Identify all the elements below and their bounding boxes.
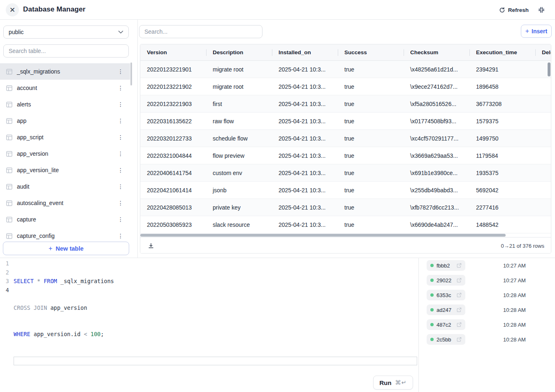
table-name: app_version: [17, 150, 48, 157]
code-line-3: WHERE app_version.id < 100;: [14, 330, 418, 339]
column-header[interactable]: Checksum: [404, 44, 469, 60]
table-row[interactable]: 20220123221903 first 2025-04-21 10:3... …: [140, 95, 551, 113]
close-button[interactable]: ✕: [6, 3, 19, 16]
insert-button[interactable]: + Insert: [521, 25, 552, 38]
close-icon: ✕: [9, 6, 15, 14]
table-row[interactable]: 20220421061414 jsonb 2025-04-21 10:3... …: [140, 182, 551, 199]
column-header[interactable]: Description: [206, 44, 272, 60]
kebab-menu-icon[interactable]: ⋮: [116, 68, 125, 75]
table-row[interactable]: 20220503085923 slack resource 2025-04-21…: [140, 216, 551, 233]
cell-installed-on: 2025-04-21 10:3...: [272, 78, 338, 95]
column-header[interactable]: Installed_on: [272, 44, 338, 60]
horizontal-scrollbar[interactable]: [140, 234, 506, 237]
cell-execution-time: 2394291: [469, 61, 535, 78]
search-table-input[interactable]: [3, 44, 129, 58]
vertical-scrollbar[interactable]: [548, 62, 550, 76]
cell-checksum: \x3669a629aa53...: [404, 147, 469, 164]
sidebar-item-sqlx-migrations[interactable]: _sqlx_migrations ⋮: [0, 63, 130, 80]
table-panel: + Insert Version Description Installed_o…: [138, 20, 555, 258]
kebab-menu-icon[interactable]: ⋮: [116, 199, 125, 207]
cell-checksum: \xfb7827d6cc213...: [404, 199, 469, 216]
table-icon: [6, 200, 13, 207]
refresh-button[interactable]: Refresh: [499, 5, 529, 15]
kebab-menu-icon[interactable]: ⋮: [116, 183, 125, 190]
cell-version: 20220503085923: [140, 216, 206, 233]
cell-version: 20220316135622: [140, 113, 206, 129]
kebab-menu-icon[interactable]: ⋮: [116, 101, 125, 108]
cell-deleted: [535, 164, 551, 181]
kebab-menu-icon[interactable]: ⋮: [116, 150, 125, 157]
new-table-button[interactable]: + New table: [3, 242, 129, 255]
collapse-icon[interactable]: [538, 6, 546, 14]
kebab-menu-icon[interactable]: ⋮: [116, 216, 125, 223]
sidebar-item-app-version[interactable]: app_version ⋮: [0, 145, 130, 162]
table-icon: [6, 118, 13, 125]
cell-version: 20220123221903: [140, 95, 206, 112]
cell-deleted: [535, 113, 551, 129]
cell-success: true: [338, 216, 404, 233]
search-input[interactable]: [139, 25, 262, 38]
sidebar-item-alerts[interactable]: alerts ⋮: [0, 96, 130, 113]
kebab-menu-icon[interactable]: ⋮: [116, 84, 125, 92]
history-query-pill[interactable]: fbbb2: [427, 260, 465, 271]
main-region: public _sqlx_migrations ⋮ account ⋮ aler…: [0, 20, 555, 258]
status-dot-success: [430, 293, 434, 297]
table-row[interactable]: 20220316135622 raw flow 2025-04-21 10:3.…: [140, 113, 551, 130]
table-icon: [6, 183, 13, 190]
history-query-pill[interactable]: ad247: [427, 304, 465, 315]
bottom-region: 1 2 3 4 SELECT * FROM _sqlx_migrations C…: [0, 258, 555, 392]
cell-success: true: [338, 182, 404, 198]
history-row: 6353c 10:28 AM: [419, 288, 555, 302]
table-row[interactable]: 20220320122733 schedule flow 2025-04-21 …: [140, 130, 551, 147]
history-row: ad247 10:28 AM: [419, 302, 555, 317]
table-icon: [6, 68, 13, 75]
download-icon: [148, 242, 154, 249]
kebab-menu-icon[interactable]: ⋮: [116, 117, 125, 125]
table-name: app: [17, 118, 26, 124]
sidebar-item-app[interactable]: app ⋮: [0, 113, 130, 129]
table-row[interactable]: 20220321004844 flow preview 2025-04-21 1…: [140, 147, 551, 164]
column-header[interactable]: Version: [140, 44, 206, 60]
history-query-pill[interactable]: 2c5bb: [427, 334, 465, 345]
external-link-icon[interactable]: [457, 263, 462, 268]
sql-editor[interactable]: 1 2 3 4 SELECT * FROM _sqlx_migrations C…: [0, 258, 419, 392]
run-button[interactable]: Run ⌘↵: [373, 376, 413, 390]
sidebar-item-capture-config[interactable]: capture_config ⋮: [0, 228, 130, 242]
kebab-menu-icon[interactable]: ⋮: [116, 232, 125, 240]
external-link-icon[interactable]: [457, 307, 462, 312]
history-query-pill[interactable]: 6353c: [427, 290, 465, 300]
table-row[interactable]: 20220123221902 migrate root 2025-04-21 1…: [140, 78, 551, 95]
history-query-pill[interactable]: 487c2: [427, 319, 465, 330]
column-header[interactable]: Success: [338, 44, 404, 60]
sidebar-item-autoscaling-event[interactable]: autoscaling_event ⋮: [0, 195, 130, 211]
external-link-icon[interactable]: [457, 278, 462, 283]
cell-description: slack resource: [206, 216, 272, 233]
cell-checksum: \x6690de4ab247...: [404, 216, 469, 233]
sidebar-scrollbar[interactable]: [130, 62, 132, 85]
external-link-icon[interactable]: [457, 293, 462, 297]
cell-checksum: \x691b1e3980ce...: [404, 164, 469, 181]
history-query-pill[interactable]: 29022: [427, 275, 465, 286]
table-row[interactable]: 20220428085013 private key 2025-04-21 10…: [140, 199, 551, 216]
plus-icon: +: [525, 28, 529, 35]
cell-checksum: \xf5a280516526...: [404, 95, 469, 112]
external-link-icon[interactable]: [457, 337, 462, 342]
schema-select[interactable]: public: [3, 25, 129, 39]
sidebar-item-account[interactable]: account ⋮: [0, 80, 130, 96]
table-row[interactable]: 20220123221901 migrate root 2025-04-21 1…: [140, 61, 551, 78]
column-header[interactable]: Dele: [535, 44, 551, 60]
sidebar-item-audit[interactable]: audit ⋮: [0, 178, 130, 195]
column-header[interactable]: Execution_time: [469, 44, 535, 60]
cell-deleted: [535, 216, 551, 233]
sidebar-item-capture[interactable]: capture ⋮: [0, 211, 130, 228]
kebab-menu-icon[interactable]: ⋮: [116, 134, 125, 141]
table-name: app_script: [17, 134, 44, 141]
sidebar-item-app-version-lite[interactable]: app_version_lite ⋮: [0, 162, 130, 178]
sidebar-item-app-script[interactable]: app_script ⋮: [0, 129, 130, 145]
cell-version: 20220321004844: [140, 147, 206, 164]
kebab-menu-icon[interactable]: ⋮: [116, 166, 125, 174]
download-button[interactable]: [147, 242, 155, 250]
table-row[interactable]: 20220406141754 custom env 2025-04-21 10:…: [140, 164, 551, 182]
external-link-icon[interactable]: [457, 322, 462, 327]
query-timestamp: 10:27 AM: [503, 273, 526, 288]
